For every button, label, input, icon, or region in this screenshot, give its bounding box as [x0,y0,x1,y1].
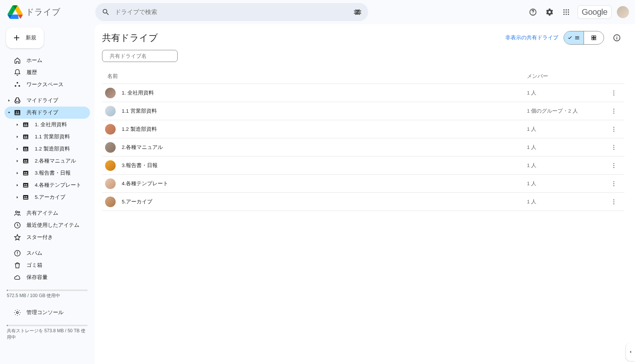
row-more-button[interactable] [606,162,621,169]
table-row[interactable]: 5.アーカイブ1 人 [102,193,624,211]
chevron-right-icon[interactable] [15,183,20,187]
svg-point-72 [613,203,615,204]
hidden-drives-link[interactable]: 非表示の共有ドライブ [505,34,558,41]
svg-point-56 [613,110,615,112]
nav-label: 1. 全社用資料 [35,121,67,128]
new-button[interactable]: 新規 [6,27,44,48]
spam-icon [14,249,21,257]
shared-drive-icon [22,181,29,189]
filter-input-wrap[interactable] [102,50,178,62]
drive-avatar-icon [105,178,116,189]
sidebar-sd-item[interactable]: 1. 全社用資料 [13,119,90,131]
svg-point-60 [613,130,615,132]
sidebar-sd-item[interactable]: 4.各種テンプレート [13,179,90,191]
row-members: 1 人 [527,162,606,169]
chevron-right-icon[interactable] [15,147,20,151]
home-icon [14,57,21,64]
nav-label: 共有ドライブ [26,109,58,116]
side-panel-toggle[interactable] [626,343,635,361]
chevron-right-icon[interactable] [15,135,20,139]
nav-activity[interactable]: 履歴 [5,67,90,79]
svg-rect-16 [15,110,20,115]
row-more-button[interactable] [606,198,621,205]
nav-admin[interactable]: 管理コンソール [5,307,90,319]
filter-input[interactable] [110,53,173,59]
svg-point-8 [565,11,567,12]
sidebar-sd-item[interactable]: 1.1 営業部資料 [13,131,90,143]
nav-label: 5.アーカイブ [35,194,65,201]
nav-starred[interactable]: スター付き [5,231,90,243]
chevron-right-icon[interactable] [15,195,20,200]
nav-spam[interactable]: スパム [5,247,90,259]
col-name-header[interactable]: 名前 [105,73,527,80]
row-more-button[interactable] [606,180,621,187]
table-row[interactable]: 3.報告書・日報1 人 [102,156,624,175]
sidebar-sd-item[interactable]: 5.アーカイブ [13,191,90,203]
svg-rect-19 [23,122,28,127]
info-button[interactable] [609,30,624,45]
nav-label: 1.2 製造部資料 [35,146,70,152]
row-more-button[interactable] [606,90,621,96]
table-row[interactable]: 2.各種マニュアル1 人 [102,138,624,156]
table-row[interactable]: 4.各種テンプレート1 人 [102,175,624,193]
search-bar[interactable] [95,3,368,21]
sidebar-sd-item[interactable]: 3.報告書・日報 [13,167,90,179]
svg-point-67 [613,181,615,182]
nav-label: 2.各種マニュアル [35,158,76,164]
search-options-icon[interactable] [350,5,365,20]
nav-storage[interactable]: 保存容量 [5,271,90,283]
chevron-down-icon[interactable] [7,110,11,115]
row-more-button[interactable] [606,126,621,133]
sidebar-sd-item[interactable]: 2.各種マニュアル [13,155,90,167]
nav-shareddrives[interactable]: 共有ドライブ [5,107,90,119]
nav-trash[interactable]: ゴミ箱 [5,259,90,271]
shared-drive-icon [14,109,21,116]
chevron-right-icon[interactable] [15,122,20,127]
nav-label: 1.1 営業部資料 [35,133,70,140]
row-more-button[interactable] [606,108,621,115]
table-row[interactable]: 1.1 営業部資料1 個のグループ・2 人 [102,102,624,120]
app-name: ドライブ [26,6,60,18]
nav-mydrive[interactable]: マイドライブ [5,94,90,107]
apps-icon[interactable] [559,5,574,20]
logo-area[interactable]: ドライブ [6,5,95,20]
new-button-label: 新規 [26,34,36,41]
grid-view-button[interactable] [584,31,604,44]
table-row[interactable]: 1.2 製造部資料1 人 [102,120,624,138]
svg-point-26 [24,148,25,149]
settings-icon[interactable] [542,5,557,20]
google-logo[interactable]: Google [578,5,612,19]
nav-label: ホーム [26,57,42,64]
nav-workspaces[interactable]: ワークスペース [5,79,90,91]
drive-avatar-icon [105,197,116,207]
svg-point-36 [26,184,27,185]
nav-home[interactable]: ホーム [5,54,90,67]
svg-point-68 [613,183,615,184]
shared-drive-icon [22,145,29,153]
search-input[interactable] [113,9,350,15]
table-row[interactable]: 1. 全社用資料1 人 [102,84,624,102]
svg-point-52 [613,90,615,91]
account-avatar[interactable] [617,6,629,18]
clock-icon [14,221,21,229]
help-icon[interactable] [525,5,541,20]
drive-avatar-icon [105,106,116,116]
chevron-right-icon[interactable] [15,171,20,175]
search-icon[interactable] [98,5,113,20]
svg-point-12 [568,14,569,15]
bell-icon [14,69,21,76]
shared-drive-icon [22,121,29,129]
svg-point-17 [16,112,17,113]
list-view-button[interactable] [564,31,584,44]
sidebar-sd-item[interactable]: 1.2 製造部資料 [13,143,90,155]
nav-shared-with-me[interactable]: 共有アイテム [5,207,90,219]
chevron-right-icon[interactable] [15,159,20,163]
chevron-right-icon[interactable] [7,98,11,103]
svg-point-54 [613,94,615,95]
shared-drive-icon [22,194,29,201]
svg-point-38 [24,196,25,197]
svg-point-11 [565,14,567,15]
nav-recent[interactable]: 最近使用したアイテム [5,219,90,231]
row-more-button[interactable] [606,144,621,151]
nav-label: ゴミ箱 [26,262,42,269]
